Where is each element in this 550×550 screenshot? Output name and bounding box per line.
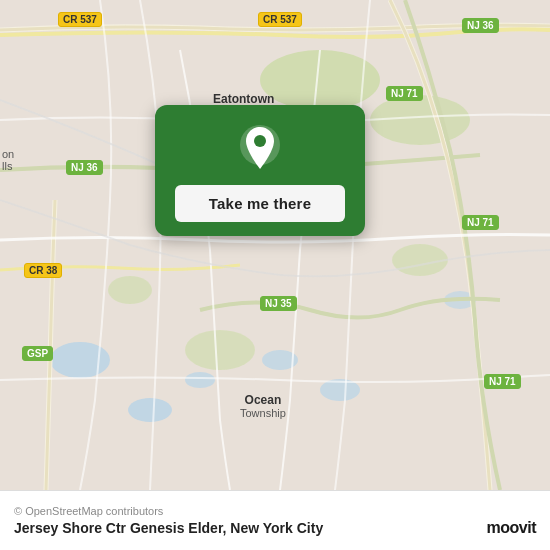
svg-point-4 — [50, 342, 110, 378]
svg-point-11 — [392, 244, 448, 276]
svg-point-2 — [370, 95, 470, 145]
svg-point-10 — [185, 330, 255, 370]
take-me-there-button[interactable]: Take me there — [175, 185, 345, 222]
place-name: Jersey Shore Ctr Genesis Elder, New York… — [14, 520, 323, 536]
moovit-logo-text: moovit — [487, 519, 536, 537]
partial-town-label: on lls — [2, 148, 14, 172]
location-pin-icon — [234, 123, 286, 175]
ocean-township-label: Ocean Township — [240, 393, 286, 419]
moovit-logo: moovit — [487, 519, 536, 537]
svg-point-14 — [254, 135, 266, 147]
location-card: Take me there — [155, 105, 365, 236]
svg-point-5 — [128, 398, 172, 422]
svg-point-8 — [185, 372, 215, 388]
map-container: Eatontown CR 537 CR 537 NJ 36 NJ 71 NJ 3… — [0, 0, 550, 490]
bottom-bar: © OpenStreetMap contributors Jersey Shor… — [0, 490, 550, 550]
copyright-text: © OpenStreetMap contributors — [14, 505, 536, 517]
svg-point-12 — [108, 276, 152, 304]
